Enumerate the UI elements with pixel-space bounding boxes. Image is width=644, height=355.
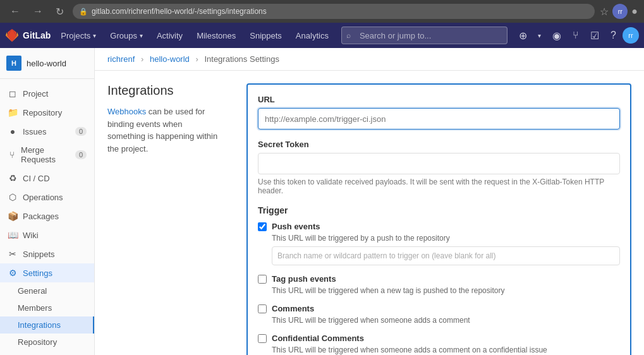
webhooks-link[interactable]: Webhooks <box>107 107 146 116</box>
project-name: hello-world <box>27 59 66 68</box>
breadcrumb-richrenf[interactable]: richrenf <box>107 54 135 64</box>
nav-groups-label: Groups <box>110 31 137 40</box>
comments-checkbox[interactable] <box>258 304 267 313</box>
sub-item-label: Integrations <box>18 320 61 330</box>
sidebar-item-settings[interactable]: ⚙ Settings <box>0 263 94 282</box>
secret-token-help: Use this token to validate received payl… <box>258 178 620 195</box>
sidebar-item-label: Project <box>23 89 48 99</box>
sidebar-item-merge-requests[interactable]: ⑂ Merge Requests 0 <box>0 141 94 169</box>
back-button[interactable]: ← <box>6 4 24 18</box>
tag-push-events-title: Tag push events <box>272 274 336 284</box>
address-bar[interactable]: 🔒 gitlab.com/richrenf/hello-world/-/sett… <box>73 4 595 19</box>
project-initial: H <box>11 59 16 67</box>
project-nav-icon: ◻ <box>8 88 18 99</box>
settings-icon: ⚙ <box>8 268 18 278</box>
sidebar-item-label: CI / CD <box>23 174 50 183</box>
breadcrumb-sep-1: › <box>141 54 143 64</box>
nav-analytics-label: Analytics <box>296 31 329 40</box>
project-header[interactable]: H hello-world <box>0 48 94 79</box>
search-input[interactable] <box>341 27 507 44</box>
merge-requests-icon-button[interactable]: ⑂ <box>568 23 584 48</box>
issues-icon-button[interactable]: ◉ <box>547 23 566 48</box>
todos-icon-button[interactable]: ☑ <box>585 23 604 48</box>
page-title: Integrations <box>107 83 221 98</box>
push-events-checkbox[interactable] <box>258 222 267 231</box>
sidebar-item-wiki[interactable]: 📖 Wiki <box>0 226 94 244</box>
sub-item-label: Repository <box>18 337 57 347</box>
sidebar-item-label: Snippets <box>23 250 55 259</box>
packages-icon: 📦 <box>8 211 18 221</box>
issues-icon: ● <box>8 126 18 136</box>
operations-icon: ⬡ <box>8 192 18 202</box>
secret-token-label: Secret Token <box>258 140 620 149</box>
tag-push-events-checkbox[interactable] <box>258 275 267 284</box>
trigger-comments: Comments This URL will be triggered when… <box>258 304 620 325</box>
breadcrumb-hello-world[interactable]: hello-world <box>150 54 190 64</box>
sidebar-sub-item-members[interactable]: Members <box>0 299 94 316</box>
breadcrumb: richrenf › hello-world › Integrations Se… <box>95 48 644 71</box>
page-sidebar: Integrations Webhooks can be used for bi… <box>95 71 234 355</box>
nav-snippets[interactable]: Snippets <box>243 23 288 48</box>
issues-badge: 0 <box>75 127 87 136</box>
chevron-down-icon: ▾ <box>93 32 96 39</box>
nav-analytics[interactable]: Analytics <box>289 23 335 48</box>
secret-token-form-group: Secret Token Use this token to validate … <box>258 140 620 195</box>
trigger-push-events: Push events This URL will be triggered b… <box>258 222 620 265</box>
confidential-comments-title: Confidential Comments <box>272 334 364 343</box>
nav-projects-label: Projects <box>61 31 90 40</box>
branch-filter-input[interactable] <box>272 246 620 265</box>
sidebar-item-label: Wiki <box>23 231 39 240</box>
nav-activity[interactable]: Activity <box>150 23 189 48</box>
user-avatar[interactable]: rr <box>623 27 639 44</box>
sidebar-item-ci-cd[interactable]: ♻ CI / CD <box>0 169 94 188</box>
profile-button[interactable]: ● <box>631 6 638 17</box>
comments-title: Comments <box>272 304 314 313</box>
sidebar-item-project[interactable]: ◻ Project <box>0 84 94 103</box>
plus-button[interactable]: ⊕ <box>514 23 532 48</box>
ci-cd-icon: ♻ <box>8 173 18 183</box>
search-icon: ⌕ <box>346 31 351 40</box>
sidebar-item-label: Settings <box>23 268 52 278</box>
sidebar-item-label: Packages <box>23 212 59 221</box>
page-body: Integrations Webhooks can be used for bi… <box>95 71 644 355</box>
browser-avatar: rr <box>612 4 628 19</box>
forward-button[interactable]: → <box>29 4 47 18</box>
project-icon: H <box>6 56 21 71</box>
trigger-confidential-comments-header: Confidential Comments <box>258 334 620 343</box>
sidebar-item-issues[interactable]: ● Issues 0 <box>0 122 94 141</box>
sidebar-item-packages[interactable]: 📦 Packages <box>0 207 94 226</box>
chevron-down-icon: ▾ <box>140 32 143 39</box>
snippets-icon: ✂ <box>8 249 18 259</box>
browser-chrome: ← → ↻ 🔒 gitlab.com/richrenf/hello-world/… <box>0 0 644 23</box>
url-input[interactable] <box>258 108 620 129</box>
sidebar-sub-item-integrations[interactable]: Integrations <box>0 316 94 334</box>
integrations-form-area: URL Secret Token Use this token to valid… <box>234 71 644 355</box>
sidebar-item-operations[interactable]: ⬡ Operations <box>0 188 94 207</box>
reload-button[interactable]: ↻ <box>52 4 68 19</box>
sidebar-sub-item-repository[interactable]: Repository <box>0 334 94 351</box>
sidebar-item-repository[interactable]: 📁 Repository <box>0 103 94 122</box>
nav-milestones[interactable]: Milestones <box>190 23 242 48</box>
sidebar-item-label: Issues <box>23 127 47 136</box>
url-form-group: URL <box>258 95 620 129</box>
sub-item-label: Members <box>18 303 52 313</box>
nav-projects[interactable]: Projects ▾ <box>54 23 102 48</box>
gitlab-logo[interactable]: GitLab <box>5 28 51 42</box>
star-button[interactable]: ☆ <box>600 6 609 18</box>
help-button[interactable]: ? <box>605 23 621 48</box>
trigger-push-header: Push events <box>258 222 620 231</box>
sidebar-item-snippets[interactable]: ✂ Snippets <box>0 244 94 263</box>
plus-chevron[interactable]: ▾ <box>533 23 546 48</box>
address-text: gitlab.com/richrenf/hello-world/-/settin… <box>92 7 267 16</box>
mr-badge: 0 <box>75 150 87 159</box>
secret-token-input[interactable] <box>258 153 620 174</box>
sidebar-sub-item-general[interactable]: General <box>0 282 94 299</box>
sidebar-item-label: Merge Requests <box>21 145 70 164</box>
search-wrap: ⌕ <box>341 27 507 44</box>
lock-icon: 🔒 <box>79 8 88 16</box>
tag-push-events-desc: This URL will be triggered when a new ta… <box>272 286 620 295</box>
breadcrumb-sep-2: › <box>195 54 198 64</box>
nav-groups[interactable]: Groups ▾ <box>104 23 149 48</box>
confidential-comments-checkbox[interactable] <box>258 334 267 343</box>
url-label: URL <box>258 95 620 104</box>
